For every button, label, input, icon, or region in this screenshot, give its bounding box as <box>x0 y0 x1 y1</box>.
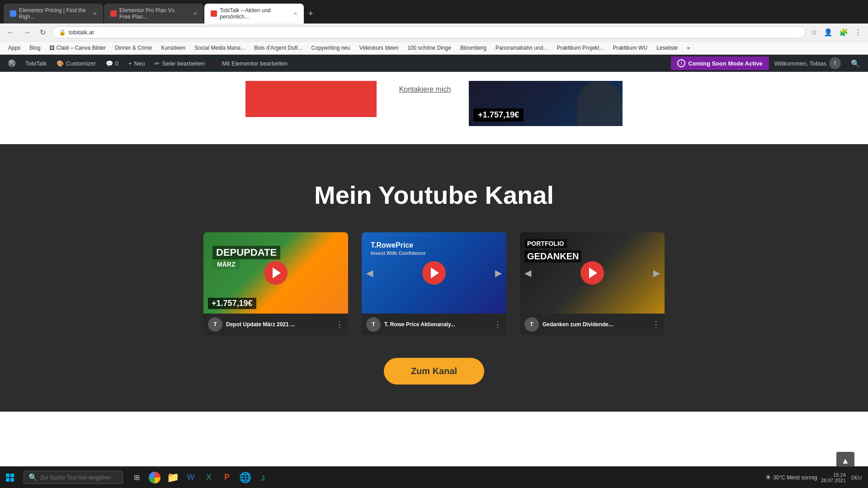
bookmark-apps[interactable]: Apps <box>5 43 24 52</box>
customizer-label: Customizer <box>66 60 96 67</box>
bookmark-kursideen[interactable]: Kursideen <box>157 43 189 52</box>
tab-2-close[interactable]: ✕ <box>193 11 197 17</box>
youtube-section: Mein Youtube Kanal DEPUPDATE MÄRZ +1.757… <box>0 144 868 412</box>
settings-icon[interactable]: ⋮ <box>853 26 863 38</box>
bookmark-bloomberg[interactable]: Bloomberg <box>457 43 490 52</box>
video-bar-1: T Depot Update März 2021 ... ⋮ <box>203 314 348 335</box>
video-card-3[interactable]: PORTFOLIO GEDANKEN ◀ ▶ T Gedanken zum Di… <box>520 232 665 335</box>
customizer-icon: 🎨 <box>57 60 64 67</box>
bookmark-more[interactable]: » <box>683 43 693 52</box>
bookmark-social[interactable]: Social Media Mana... <box>191 43 249 52</box>
video-bar-2: T T. Rowe Price Aktienanaly... ⋮ <box>362 314 506 335</box>
bookmark-copywriting[interactable]: Copywriting neu <box>308 43 354 52</box>
prev-arrow-3[interactable]: ◀ <box>524 267 531 278</box>
video-menu-3[interactable]: ⋮ <box>652 319 660 329</box>
coming-soon-label: Coming Soon Mode Active <box>688 60 762 67</box>
wp-admin-bar: TobiTalk 🎨 Customizer 💬 0 + Neu ✏ Seite … <box>0 55 868 72</box>
bookmarks-bar: Apps Blog 🖼 Claid – Canva Bilder Dinner … <box>0 42 868 55</box>
hero-image: +1.757,19€ <box>469 81 623 126</box>
wp-elementor-edit[interactable]: ⬡ Mit Elementor bearbeiten <box>210 55 292 72</box>
wordpress-icon <box>7 59 16 68</box>
prev-arrow-2[interactable]: ◀ <box>366 267 373 278</box>
video-card-1[interactable]: DEPUPDATE MÄRZ +1.757,19€ T Depot Update… <box>203 232 348 335</box>
coming-soon-badge[interactable]: ! Coming Soon Mode Active <box>671 56 769 70</box>
tab-1-title: Elementor Pricing | Find the Righ... <box>19 7 87 20</box>
wp-site-label: TobiTalk <box>25 60 47 67</box>
bookmark-dinner[interactable]: Dinner & Crime <box>111 43 156 52</box>
wp-site-name[interactable]: TobiTalk <box>21 55 51 72</box>
bookmark-blog[interactable]: Blog <box>26 43 44 52</box>
money-overlay-1: +1.757,19€ <box>208 298 256 309</box>
comments-count: 0 <box>115 60 118 67</box>
person-silhouette <box>577 81 623 126</box>
video-info-3: Gedanken zum Dividende... <box>542 321 648 328</box>
video-bar-3: T Gedanken zum Dividende... ⋮ <box>520 314 665 335</box>
contact-link[interactable]: Kontakiere mich <box>399 85 451 94</box>
tab-1[interactable]: Elementor Pricing | Find the Righ... ✕ <box>4 4 103 23</box>
next-arrow-2[interactable]: ▶ <box>495 267 502 278</box>
bookmark-leseliste[interactable]: Leseliste <box>653 43 681 52</box>
wp-comments[interactable]: 💬 0 <box>101 55 123 72</box>
wp-edit-page[interactable]: ✏ Seite bearbeiten <box>150 55 209 72</box>
refresh-button[interactable]: ↻ <box>37 26 48 38</box>
hero-right: +1.757,19€ <box>469 81 623 126</box>
video-thumb-3: PORTFOLIO GEDANKEN ◀ ▶ <box>520 232 665 314</box>
search-icon[interactable]: 🔍 <box>846 59 864 68</box>
bookmark-videokurs[interactable]: Videokurs Ideen <box>356 43 402 52</box>
forward-button[interactable]: → <box>21 27 33 38</box>
tab-3-title: TobiTalk – Aktien und persönlich... <box>220 7 288 20</box>
video-menu-1[interactable]: ⋮ <box>335 319 344 329</box>
wp-logo-item[interactable] <box>4 55 20 72</box>
bookmark-canva[interactable]: 🖼 Claid – Canva Bilder <box>46 43 109 52</box>
tab-1-favicon <box>10 10 16 17</box>
video-title-3: Gedanken zum Dividende... <box>542 321 642 328</box>
bookmark-praktikum1[interactable]: Praktikum Projekt... <box>553 43 607 52</box>
video-card-2[interactable]: T.RowePrice Invest With Confidence ◀ ▶ T… <box>362 232 506 335</box>
video-avatar-1: T <box>208 317 222 332</box>
trowe-overlay: T.RowePrice <box>371 241 413 249</box>
next-arrow-3[interactable]: ▶ <box>653 267 660 278</box>
tab-bar: Elementor Pricing | Find the Righ... ✕ E… <box>0 0 868 23</box>
play-button-3[interactable] <box>580 261 604 285</box>
tab-3[interactable]: TobiTalk – Aktien und persönlich... ✕ <box>204 4 304 23</box>
welcome-area: Willkommen, Tobias T <box>770 57 845 69</box>
portfolio-overlay: PORTFOLIO <box>524 239 567 248</box>
welcome-label: Willkommen, Tobias <box>774 60 826 67</box>
video-menu-2[interactable]: ⋮ <box>494 319 502 329</box>
bookmark-bois[interactable]: Bois d'Argent Duft... <box>250 43 306 52</box>
browser-chrome: Elementor Pricing | Find the Righ... ✕ E… <box>0 0 868 55</box>
toolbar-icons: ☆ 👤 🧩 ⋮ <box>809 26 863 38</box>
coming-soon-icon: ! <box>677 59 685 67</box>
play-button-2[interactable] <box>422 261 446 285</box>
bookmark-icon[interactable]: ☆ <box>809 26 819 38</box>
depot-overlay: DEPUPDATE <box>212 246 280 259</box>
extensions-icon[interactable]: 🧩 <box>837 26 850 38</box>
tab-2-favicon <box>110 10 117 17</box>
wp-new[interactable]: + Neu <box>124 55 149 72</box>
tab-3-close[interactable]: ✕ <box>293 11 297 17</box>
new-tab-button[interactable]: + <box>305 7 317 20</box>
tab-1-close[interactable]: ✕ <box>93 11 97 17</box>
bookmark-panorama[interactable]: Panoramabahn und... <box>492 43 551 52</box>
hero-center: Kontakiere mich <box>399 81 451 94</box>
tab-2[interactable]: Elementor Pro Plan Vs. Free Plan... ✕ <box>104 4 203 23</box>
bookmark-100[interactable]: 100 schöne Dinge <box>404 43 455 52</box>
video-avatar-2: T <box>366 317 381 332</box>
address-bar[interactable]: 🔒 tobitalk.at <box>52 26 806 38</box>
wp-customizer[interactable]: 🎨 Customizer <box>52 55 100 72</box>
page-content: Kontakiere mich +1.757,19€ Mein Youtube … <box>0 72 868 412</box>
video-title-2: T. Rowe Price Aktienanaly... <box>384 321 484 328</box>
play-button-1[interactable] <box>264 261 288 285</box>
bookmark-praktikum2[interactable]: Praktikum WU <box>609 43 651 52</box>
tab-3-favicon <box>211 10 217 17</box>
back-button[interactable]: ← <box>5 27 17 38</box>
tab-2-title: Elementor Pro Plan Vs. Free Plan... <box>119 7 188 20</box>
edit-label: Seite bearbeiten <box>162 60 205 67</box>
comments-icon: 💬 <box>106 60 113 67</box>
address-text: tobitalk.at <box>69 29 799 36</box>
browser-toolbar: ← → ↻ 🔒 tobitalk.at ☆ 👤 🧩 ⋮ <box>0 23 868 42</box>
gedanken-overlay: GEDANKEN <box>524 250 581 263</box>
zum-kanal-button[interactable]: Zum Kanal <box>384 358 484 385</box>
profile-icon[interactable]: 👤 <box>822 26 835 38</box>
hero-left <box>245 81 381 117</box>
